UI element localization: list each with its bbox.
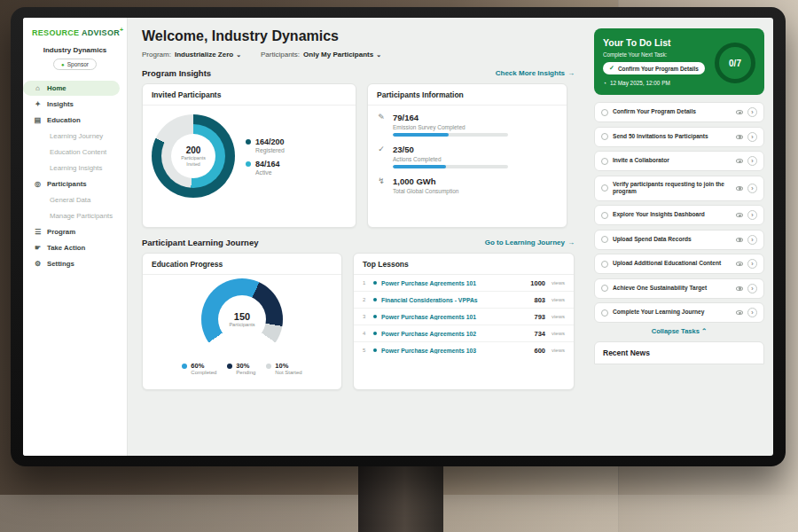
monitor-bezel: RESOURCE ADVISOR+ Industry Dynamics ● Sp… [11,7,786,466]
sponsor-badge[interactable]: ● Sponsor [53,59,97,70]
chevron-right-icon[interactable]: › [747,156,757,166]
todo-item-achieve-target[interactable]: Achieve One Sustainability Target › [594,278,764,299]
chevron-down-icon: ⌄ [376,51,381,59]
todo-item-confirm-program[interactable]: Confirm Your Program Details › [594,102,764,122]
checkbox[interactable] [601,261,608,268]
check-icon: ✓ [609,65,614,72]
card-title: Invited Participants [143,84,356,106]
lesson-link[interactable]: Power Purchase Agreements 101 [381,314,529,320]
insights-icon: ✦ [34,100,42,108]
chevron-right-icon[interactable]: › [747,210,757,220]
lesson-row-1[interactable]: 1 Power Purchase Agreements 101 1000 vie… [354,275,574,292]
chevron-right-icon[interactable]: › [747,235,757,245]
learning-journey-header: Participant Learning Journey Go to Learn… [142,238,575,247]
sidebar-item-program[interactable]: ☰ Program [23,224,120,239]
stat-actions-completed: ✓ 23/50 Actions Completed [377,145,558,168]
eye-icon[interactable] [736,110,743,114]
checkbox[interactable] [601,133,608,140]
todo-list: Confirm Your Program Details › Send 50 I… [594,102,764,323]
sidebar-nav: ⌂ Home ✦ Insights ▤ Education Learning J… [23,81,127,271]
eye-icon[interactable] [736,213,743,217]
eye-icon[interactable] [736,238,743,242]
invited-donut-chart: 200 Participants Invited [152,114,235,198]
chevron-right-icon[interactable]: › [747,184,757,193]
recent-news-header: Recent News [594,341,764,364]
sidebar-item-learning-journey[interactable]: Learning Journey [23,129,120,144]
program-icon: ☰ [34,228,42,236]
todo-item-complete-learning-journey[interactable]: Complete Your Learning Journey › [594,302,764,323]
lesson-row-4[interactable]: 4 Power Purchase Agreements 102 734 view… [354,325,574,342]
sidebar-item-education[interactable]: ▤ Education [23,113,120,128]
stat-emission-survey: ✎ 79/164 Emission Survey Completed [377,113,558,137]
eye-icon[interactable] [736,135,743,139]
eye-icon[interactable] [736,159,743,163]
legend-registered: 164/200 Registered [246,137,285,153]
checkbox[interactable] [601,184,608,192]
filters-row: Program: Industrialize Zero ⌄ Participan… [142,51,575,59]
next-task-pill[interactable]: ✓ Confirm Your Program Details [603,62,705,74]
resource-advisor-logo: RESOURCE ADVISOR+ [23,27,127,37]
chevron-right-icon[interactable]: › [747,132,757,142]
sidebar-item-education-content[interactable]: Education Content [23,145,120,160]
eye-icon[interactable] [736,262,743,266]
eye-icon[interactable] [736,310,743,315]
survey-icon: ✎ [377,113,386,137]
chevron-right-icon[interactable]: › [747,107,757,117]
sponsor-badge-label: Sponsor [67,61,89,67]
org-name: Industry Dynamics [23,46,127,54]
checkbox[interactable] [601,158,608,165]
donut-chart-area: 200 Participants Invited 164/200 Registe [143,106,356,207]
checkbox[interactable] [601,236,608,243]
collapse-tasks-link[interactable]: Collapse Tasks ⌃ [594,327,764,335]
sidebar-item-home[interactable]: ⌂ Home [23,81,120,96]
energy-icon: ↯ [377,176,386,197]
todo-item-invite-collaborator[interactable]: Invite a Collaborator › [594,151,764,171]
sidebar-item-insights[interactable]: ✦ Insights [23,97,120,112]
participants-select[interactable]: Only My Participants ⌄ [303,51,381,59]
check-more-insights-link[interactable]: Check More Insights → [496,69,575,77]
sidebar-item-general-data[interactable]: General Data [23,192,120,207]
go-to-learning-journey-link[interactable]: Go to Learning Journey → [485,239,575,246]
sidebar-item-participants[interactable]: ◎ Participants [23,176,120,192]
monitor-stand [358,459,443,532]
eye-icon[interactable] [736,186,743,191]
legend-completed: 60% Completed [182,362,216,375]
todo-item-upload-spend-data[interactable]: Upload Spend Data Records › [594,230,764,250]
lesson-row-2[interactable]: 2 Financial Considerations - VPPAs 803 v… [354,292,574,309]
todo-item-verify-participants[interactable]: Verify participants requesting to join t… [594,176,764,201]
chevron-right-icon[interactable]: › [747,259,757,269]
sidebar-item-settings[interactable]: ⚙ Settings [23,256,120,271]
sidebar-item-manage-participants[interactable]: Manage Participants [23,208,120,223]
lesson-row-5[interactable]: 5 Power Purchase Agreements 103 600 view… [354,342,574,358]
todo-summary-card: Your To Do List Complete Your Next Task:… [594,28,764,95]
main-content: Welcome, Industry Dynamics Program: Indu… [128,18,585,456]
checkbox[interactable] [601,109,608,116]
sidebar-item-learning-insights[interactable]: Learning Insights [23,160,120,176]
bullet-icon [373,348,377,352]
section-title: Participant Learning Journey [142,238,258,247]
sidebar-item-take-action[interactable]: ☛ Take Action [23,240,120,255]
todo-item-send-invitations[interactable]: Send 50 Invitations to Participants › [594,127,764,147]
education-icon: ▤ [34,116,42,124]
chevron-right-icon[interactable]: › [747,284,757,293]
take-action-icon: ☛ [34,244,42,252]
program-select[interactable]: Industrialize Zero ⌄ [175,51,241,59]
todo-item-explore-insights[interactable]: Explore Your Insights Dashboard › [594,205,764,225]
bullet-icon [373,315,377,318]
program-filter: Program: Industrialize Zero ⌄ [142,51,241,59]
eye-icon[interactable] [736,286,743,291]
checkbox[interactable] [601,285,608,292]
todo-item-upload-educational-content[interactable]: Upload Additional Educational Content › [594,254,764,274]
lesson-link[interactable]: Power Purchase Agreements 102 [381,331,529,337]
program-insights-header: Program Insights Check More Insights → [142,68,575,78]
chevron-right-icon[interactable]: › [747,308,757,317]
lesson-link[interactable]: Power Purchase Agreements 103 [381,348,529,354]
lesson-row-3[interactable]: 3 Power Purchase Agreements 101 793 view… [354,309,574,325]
checkbox[interactable] [601,212,608,219]
todo-progress-ring: 0/7 [715,43,755,83]
lesson-link[interactable]: Power Purchase Agreements 101 [381,280,526,286]
sponsor-dot-icon: ● [61,62,65,67]
checkbox[interactable] [601,309,608,317]
gauge-legend: 60% Completed 30% Pending [143,362,341,375]
lesson-link[interactable]: Financial Considerations - VPPAs [381,297,529,303]
